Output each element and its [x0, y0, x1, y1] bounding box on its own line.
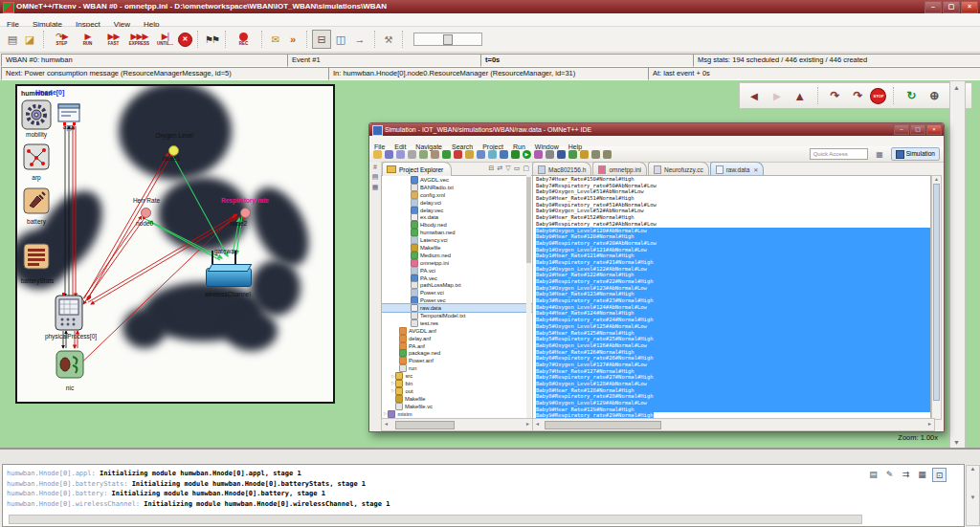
- collapse-all-icon[interactable]: ⊟: [489, 165, 495, 172]
- tree-item[interactable]: Power.vci: [382, 289, 532, 296]
- minimize-view-icon[interactable]: ▭: [514, 165, 521, 172]
- search-icon[interactable]: [500, 150, 508, 159]
- forward-icon[interactable]: ►: [767, 86, 788, 105]
- respiratory-node[interactable]: [240, 208, 251, 218]
- external-tools-icon[interactable]: [546, 150, 554, 159]
- tree-item[interactable]: ▷bin: [382, 380, 532, 387]
- pen-icon[interactable]: ✎: [883, 468, 896, 480]
- eclipse-title-bar[interactable]: Simulation - IOT_WBAN/simulations/WBAN/r…: [369, 123, 944, 136]
- tab-close-icon[interactable]: ✕: [753, 166, 758, 173]
- record-button[interactable]: REC: [231, 33, 256, 46]
- tree-item[interactable]: delay.vci: [382, 199, 532, 207]
- tree-item[interactable]: pathLossMap.txt: [382, 281, 532, 289]
- tree-item[interactable]: Power.vec: [382, 296, 532, 304]
- battery-stats-icon[interactable]: [23, 243, 50, 270]
- close-icon[interactable]: ×: [961, 1, 978, 13]
- back-icon[interactable]: ◄: [744, 86, 765, 105]
- link-editor-icon[interactable]: ⇄: [497, 165, 502, 172]
- editor-tab-raw-data[interactable]: raw.data✕: [710, 162, 765, 176]
- editor-tab-mac802156-h[interactable]: Mac802156.h: [532, 162, 591, 176]
- tree-item[interactable]: delay.anf: [382, 335, 532, 342]
- maximize-icon[interactable]: ▢: [943, 1, 960, 13]
- canvas-stop-icon[interactable]: STOP: [870, 88, 886, 104]
- eclipse-maximize-icon[interactable]: ▢: [910, 124, 925, 135]
- new-network-icon[interactable]: [4, 30, 21, 49]
- tree-item[interactable]: test.res: [382, 319, 532, 327]
- physical-process-phone-icon[interactable]: [54, 295, 84, 331]
- fields-icon[interactable]: ▦: [916, 468, 928, 480]
- view-menu-icon[interactable]: ▽: [505, 165, 510, 172]
- log-hscrollbar[interactable]: [9, 515, 862, 524]
- scroll-up-icon[interactable]: ▲: [950, 81, 963, 94]
- mobility-gear-icon[interactable]: [21, 99, 52, 130]
- nav-forward-icon[interactable]: [603, 150, 612, 159]
- tree-item[interactable]: Hbody.ned: [382, 221, 532, 229]
- profile-icon[interactable]: [534, 150, 543, 159]
- network-canvas[interactable]: humwban Hnode[0] appl mobility arp: [15, 84, 335, 404]
- parent-module-icon[interactable]: ▲: [790, 86, 811, 105]
- expand-arrow-icon[interactable]: ▷: [384, 411, 387, 416]
- import-icon[interactable]: [419, 150, 428, 159]
- minimize-icon[interactable]: –: [924, 1, 942, 13]
- tree-item[interactable]: run: [382, 364, 532, 372]
- layout-horizontal-icon[interactable]: [312, 30, 331, 49]
- explorer-vscrollbar[interactable]: [526, 175, 531, 418]
- tree-item[interactable]: raw.data: [382, 304, 532, 312]
- timeline-icon[interactable]: [350, 30, 369, 49]
- tree-item[interactable]: AVGDL.anf: [382, 327, 532, 335]
- heart-node[interactable]: [141, 208, 151, 218]
- expand-arrow-icon[interactable]: ▷: [391, 381, 394, 385]
- tree-item[interactable]: Power.anf: [382, 357, 532, 364]
- step-over-icon[interactable]: [488, 150, 497, 159]
- run-last-icon[interactable]: [442, 150, 451, 159]
- nav-back-icon[interactable]: [591, 150, 600, 159]
- tree-item[interactable]: AVGDL.vec: [382, 176, 532, 184]
- step-into-icon[interactable]: [477, 150, 485, 159]
- eclipse-minimize-icon[interactable]: –: [894, 124, 909, 135]
- new-icon[interactable]: [373, 150, 382, 159]
- perspective-grid-icon[interactable]: ▦: [875, 149, 885, 160]
- maximize-view-icon[interactable]: ▢: [523, 165, 529, 172]
- tree-item[interactable]: Makefile.vc: [382, 403, 532, 410]
- options-wrench-icon[interactable]: [380, 30, 397, 49]
- shortcut-icon[interactable]: #: [373, 164, 377, 170]
- tree-item[interactable]: ▷out: [382, 387, 532, 395]
- tree-item[interactable]: Latency.vci: [382, 236, 532, 244]
- tree-item[interactable]: PA.anf: [382, 342, 532, 350]
- speed-slider[interactable]: [413, 33, 482, 46]
- appl-module-icon[interactable]: [57, 103, 80, 122]
- run-button[interactable]: ▶RUN: [75, 33, 100, 46]
- step-button[interactable]: ↷▶STEP: [49, 33, 75, 46]
- project-explorer-tab[interactable]: Project Explorer: [382, 162, 452, 176]
- copy-icon[interactable]: ▤: [867, 468, 880, 480]
- tree-item[interactable]: package.ned: [382, 349, 532, 357]
- expand-arrow-icon[interactable]: ▷: [391, 388, 394, 393]
- monitor-icon[interactable]: ⊡: [932, 468, 947, 482]
- tree-item[interactable]: Medium.ned: [382, 252, 532, 259]
- load-config-icon[interactable]: [21, 30, 38, 49]
- tree-item[interactable]: humwban.ned: [382, 229, 532, 236]
- expand-arrow-icon[interactable]: ▷: [391, 374, 394, 379]
- fast-button[interactable]: ▶▶FAST: [100, 33, 126, 46]
- redraw-icon[interactable]: ↻: [901, 86, 922, 105]
- editor-vscrollbar[interactable]: ▲: [931, 175, 942, 420]
- suspend-icon[interactable]: [465, 150, 474, 159]
- slider-thumb[interactable]: [443, 34, 453, 45]
- editor-tab-omnetpp-ini[interactable]: omnetpp.ini: [592, 162, 647, 176]
- battery-plug-icon[interactable]: [23, 187, 50, 214]
- finish-flags-icon[interactable]: [203, 30, 220, 49]
- stop-icon[interactable]: [454, 150, 462, 159]
- express-button[interactable]: ▶▶▶EXPRESS: [126, 33, 152, 46]
- tree-item[interactable]: Makefile: [382, 244, 532, 252]
- debug-icon[interactable]: [511, 150, 520, 159]
- editor-tab-neurofuzzy-cc[interactable]: Neurofuzzy.cc: [648, 162, 709, 176]
- tree-item[interactable]: BANRadio.txt: [382, 184, 532, 191]
- tree-item[interactable]: omnetpp.ini: [382, 259, 532, 267]
- tree-item[interactable]: Makefile: [382, 395, 532, 403]
- oxygen-node[interactable]: [168, 145, 179, 156]
- canvas-vscrollbar[interactable]: ▲ ▼: [949, 80, 966, 450]
- title-bar[interactable]: OMNeT++/Tkenv - WBAN #0 - omnetpp.ini - …: [0, 0, 980, 13]
- until-button[interactable]: ▶|UNTIL...: [152, 33, 178, 46]
- eclipse-close-icon[interactable]: ×: [926, 124, 942, 135]
- tree-item[interactable]: PA.vci: [382, 267, 532, 274]
